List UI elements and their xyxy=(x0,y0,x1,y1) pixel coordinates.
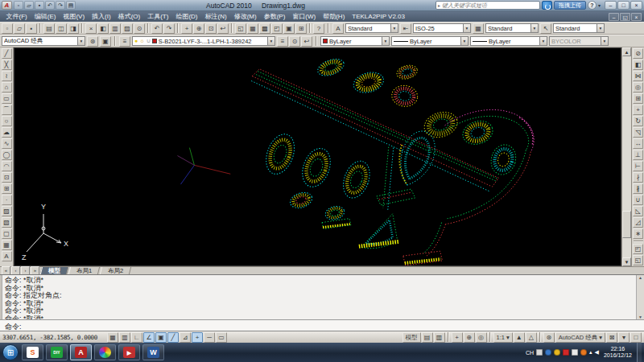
new-icon[interactable]: ▫ xyxy=(2,23,13,34)
language-indicator[interactable]: CH xyxy=(526,350,534,356)
match-properties-icon[interactable]: ▨ xyxy=(122,23,133,34)
revision-cloud-icon[interactable]: ☁ xyxy=(2,127,12,138)
lineweight-combo[interactable]: ByLayer ▾ xyxy=(470,36,547,46)
ellipse-icon[interactable]: ◯ xyxy=(2,150,12,160)
tab-layout2[interactable]: 布局2 xyxy=(100,267,131,274)
qat-new-icon[interactable]: ▫ xyxy=(14,1,23,10)
taskbar-app-sogou[interactable]: S xyxy=(22,344,43,360)
doc-close-button[interactable]: × xyxy=(631,13,642,21)
scroll-thumb[interactable] xyxy=(622,211,631,238)
markup-icon[interactable]: ▣ xyxy=(283,23,295,34)
spline-icon[interactable]: ∿ xyxy=(2,138,12,149)
redo-icon[interactable]: ↷ xyxy=(163,23,175,34)
scale-icon[interactable]: ◹ xyxy=(633,127,643,138)
properties-icon[interactable]: ◱ xyxy=(235,23,246,34)
layer-properties-icon[interactable]: ≡ xyxy=(277,36,288,47)
taskbar-app-storm[interactable]: ▶ xyxy=(118,344,140,360)
arc-icon[interactable]: ⌒ xyxy=(2,105,12,115)
scroll-up-icon[interactable]: ▲ xyxy=(637,275,644,280)
layer-thaw-sun-icon[interactable]: ☼ xyxy=(139,37,144,45)
chevron-down-icon[interactable]: ▾ xyxy=(597,24,604,32)
plot-preview-icon[interactable]: ◫ xyxy=(56,23,67,34)
helper-tray-icon[interactable] xyxy=(545,349,551,356)
status-menu-arrow-icon[interactable]: ▾ xyxy=(618,332,630,343)
command-window-grip[interactable] xyxy=(0,275,2,319)
communication-center-icon[interactable] xyxy=(542,1,552,10)
chamfer-icon[interactable]: ◺ xyxy=(633,206,643,216)
taskbar-app-pinwheel[interactable] xyxy=(94,344,116,360)
layer-lock-icon[interactable]: ∪ xyxy=(147,37,151,45)
search-input[interactable] xyxy=(442,2,538,9)
zoom-realtime-icon[interactable]: ⊕ xyxy=(193,23,204,34)
quickcalc-icon[interactable]: ⊞ xyxy=(295,23,307,34)
line-icon[interactable]: ╱ xyxy=(2,48,12,59)
chevron-down-icon[interactable]: ▾ xyxy=(390,24,398,32)
copy-icon[interactable]: ◧ xyxy=(97,23,109,34)
table-style-icon[interactable]: ▦ xyxy=(473,23,484,34)
circle-icon[interactable]: ○ xyxy=(2,116,12,126)
make-block-icon[interactable]: ⊞ xyxy=(2,183,12,194)
tool-palettes-icon[interactable]: ▩ xyxy=(259,23,270,34)
text-style-icon[interactable]: A xyxy=(332,23,344,34)
plot-icon[interactable]: ▤ xyxy=(43,23,55,34)
show-desktop-button[interactable] xyxy=(637,343,642,362)
text-style-combo[interactable]: Standard ▾ xyxy=(345,23,398,33)
save-icon[interactable]: ▪ xyxy=(26,23,37,34)
gradient-icon[interactable]: ▧ xyxy=(2,217,12,228)
region-icon[interactable]: ▢ xyxy=(2,228,12,239)
help-arrow-icon[interactable]: ▾ xyxy=(598,2,601,8)
menu-item[interactable]: 格式(O) xyxy=(114,12,144,21)
offset-icon[interactable]: ◎ xyxy=(633,82,643,93)
scroll-down-icon[interactable]: ▼ xyxy=(637,315,644,319)
snap-toggle[interactable]: ▦ xyxy=(107,332,118,343)
flag-tray-icon[interactable] xyxy=(563,349,569,356)
trim-icon[interactable]: ⊥ xyxy=(633,150,643,160)
multiline-text-icon[interactable]: A xyxy=(2,251,12,261)
workspace-settings-icon[interactable]: ⊛ xyxy=(87,36,98,47)
move-icon[interactable]: + xyxy=(633,105,643,115)
mleader-style-combo[interactable]: Standard ▾ xyxy=(553,23,605,33)
construction-line-icon[interactable]: ╳ xyxy=(2,60,12,70)
publish-icon[interactable]: ◨ xyxy=(68,23,79,34)
draworder-above-icon[interactable]: ◰ xyxy=(633,244,643,254)
insert-block-icon[interactable]: ⊡ xyxy=(2,172,12,183)
annotation-scale-button[interactable]: 1:1 ▾ xyxy=(493,332,513,343)
array-icon[interactable]: ⊞ xyxy=(633,93,643,104)
quick-view-layouts-icon[interactable]: ▤ xyxy=(422,332,433,343)
quick-view-drawings-icon[interactable]: ▥ xyxy=(434,332,445,343)
fillet-icon[interactable]: ◿ xyxy=(633,217,643,228)
menu-item[interactable]: 窗口(W) xyxy=(289,12,320,21)
ellipse-arc-icon[interactable]: ◠ xyxy=(2,161,12,171)
menu-item[interactable]: TEKLA2PIP V2.03 xyxy=(349,13,409,20)
annotation-visibility-icon[interactable]: ▲ xyxy=(514,332,525,343)
designcenter-icon[interactable]: ▦ xyxy=(247,23,258,34)
polyline-icon[interactable]: ≀ xyxy=(2,71,12,81)
layer-on-bulb-icon[interactable]: ● xyxy=(134,37,138,45)
layer-color-swatch[interactable] xyxy=(152,39,157,43)
polar-toggle[interactable]: ∠ xyxy=(143,332,155,343)
layer-properties-manager-icon[interactable]: ≡ xyxy=(119,36,130,47)
stretch-icon[interactable]: ↔ xyxy=(633,138,643,149)
upload-button[interactable]: 拖拽上传 xyxy=(554,1,586,10)
qat-plot-icon[interactable]: ▤ xyxy=(66,1,76,10)
chevron-down-icon[interactable]: ▾ xyxy=(77,37,85,45)
orange-tray-icon[interactable] xyxy=(580,349,587,356)
linetype-combo[interactable]: ByLayer ▾ xyxy=(391,36,469,46)
workspace-gear-icon[interactable]: ⊛ xyxy=(543,332,555,343)
start-button[interactable]: ⊞ xyxy=(2,344,19,360)
layer-previous-icon[interactable]: ↩ xyxy=(301,36,312,47)
vertical-scrollbar[interactable]: ▲ ▼ xyxy=(621,47,631,266)
qat-undo-icon[interactable]: ↶ xyxy=(45,1,55,10)
tray-expand-arrow-icon[interactable]: ▴ xyxy=(589,349,592,356)
pan-icon[interactable]: + xyxy=(181,23,192,34)
make-object-layer-current-icon[interactable]: ⊙ xyxy=(289,36,300,47)
break-at-point-icon[interactable]: ∤ xyxy=(633,172,643,183)
menu-item[interactable]: 文件(F) xyxy=(2,12,31,21)
undo-icon[interactable]: ↶ xyxy=(151,23,163,34)
chevron-down-icon[interactable]: ▾ xyxy=(539,37,547,45)
clean-screen-button[interactable]: □ xyxy=(630,332,642,343)
scroll-track[interactable] xyxy=(622,56,631,257)
hatch-icon[interactable]: ▨ xyxy=(2,206,12,216)
zoom-previous-icon[interactable]: ↩ xyxy=(217,23,229,34)
scroll-up-icon[interactable]: ▲ xyxy=(622,47,631,56)
